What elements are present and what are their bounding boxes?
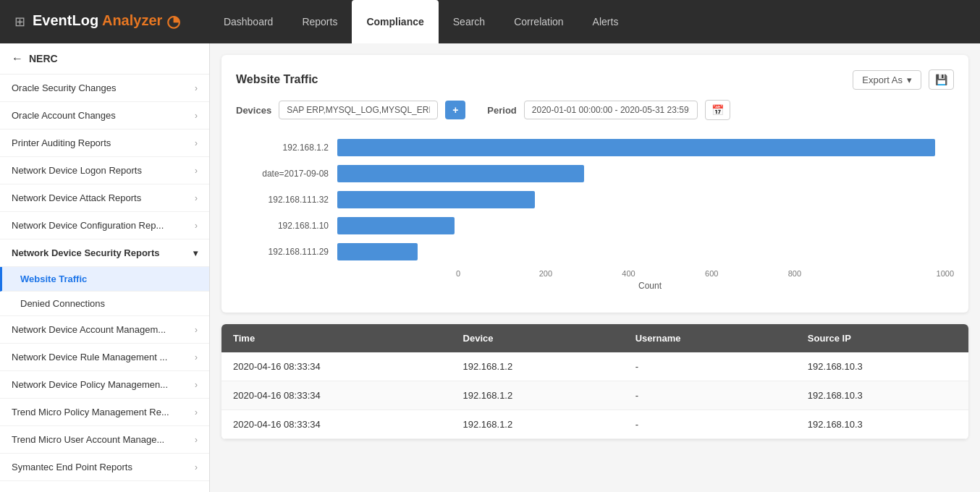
chevron-right-icon: › xyxy=(195,83,198,93)
export-button[interactable]: Export As ▾ xyxy=(853,70,921,90)
bar-track xyxy=(337,243,954,260)
sidebar-item-network-security[interactable]: Network Device Security Reports ▾ xyxy=(0,239,209,267)
col-device: Device xyxy=(452,324,624,352)
bar-track xyxy=(337,165,954,182)
bar-track xyxy=(337,217,954,234)
x-axis-title: Count xyxy=(236,281,954,291)
x-axis-labels: 0 200 400 600 800 1000 xyxy=(236,269,954,278)
nav-search[interactable]: Search xyxy=(439,0,499,43)
sidebar-sub-item-label: Website Traffic xyxy=(20,273,87,284)
sidebar-item-trend-policy[interactable]: Trend Micro Policy Management Re... › xyxy=(0,399,209,426)
chart-card: Website Traffic Export As ▾ 💾 Devices + … xyxy=(221,55,968,313)
sidebar: ← NERC Oracle Security Changes › Oracle … xyxy=(0,43,210,492)
sidebar-item-label: Network Device Security Reports xyxy=(12,247,159,258)
x-tick: 0 xyxy=(456,269,539,278)
sidebar-item-network-policy[interactable]: Network Device Policy Managemen... › xyxy=(0,371,209,399)
period-label: Period xyxy=(487,105,516,116)
sidebar-item-network-config[interactable]: Network Device Configuration Rep... › xyxy=(0,212,209,239)
chevron-right-icon: › xyxy=(195,166,198,176)
chart-bar-row: date=2017-09-08 xyxy=(236,165,954,182)
bar-fill xyxy=(337,191,535,208)
nav-reports[interactable]: Reports xyxy=(287,0,352,43)
content-area: Website Traffic Export As ▾ 💾 Devices + … xyxy=(210,43,980,492)
sidebar-item-label: Printer Auditing Reports xyxy=(12,137,111,148)
sidebar-item-label: Network Device Configuration Rep... xyxy=(12,220,164,231)
devices-input[interactable] xyxy=(279,101,438,119)
col-source-ip: Source IP xyxy=(796,324,968,352)
cell-device: 192.168.1.2 xyxy=(452,352,624,381)
cell-source-ip: 192.168.10.3 xyxy=(796,381,968,410)
x-tick: 600 xyxy=(705,269,788,278)
sidebar-item-network-attack[interactable]: Network Device Attack Reports › xyxy=(0,184,209,212)
chart-header: Website Traffic Export As ▾ 💾 xyxy=(236,69,954,90)
table-row[interactable]: 2020-04-16 08:33:34 192.168.1.2 - 192.16… xyxy=(221,352,968,381)
chevron-right-icon: › xyxy=(195,407,198,417)
sidebar-item-symantec[interactable]: Symantec End Point Reports › xyxy=(0,454,209,481)
sidebar-sub-item-denied-connections[interactable]: Denied Connections xyxy=(0,292,209,316)
save-icon-button[interactable]: 💾 xyxy=(929,69,954,90)
sidebar-item-network-logon[interactable]: Network Device Logon Reports › xyxy=(0,157,209,184)
bar-track xyxy=(337,139,954,156)
bar-label: 192.168.111.29 xyxy=(236,247,337,257)
cell-source-ip: 192.168.10.3 xyxy=(796,352,968,381)
data-table: Time Device Username Source IP 2020-04-1… xyxy=(221,324,968,439)
sidebar-sub-item-website-traffic[interactable]: Website Traffic xyxy=(0,267,209,292)
bar-label: 192.168.111.32 xyxy=(236,195,337,205)
cell-username: - xyxy=(624,352,796,381)
bar-chart: 192.168.1.2 date=2017-09-08 192.168.111.… xyxy=(236,132,954,298)
back-arrow-icon: ← xyxy=(12,52,23,65)
cell-source-ip: 192.168.10.3 xyxy=(796,410,968,438)
grid-icon: ⊞ xyxy=(14,14,25,30)
col-time: Time xyxy=(221,324,452,352)
sidebar-item-label: Trend Micro Policy Management Re... xyxy=(12,407,169,417)
sidebar-item-label: Network Device Rule Management ... xyxy=(12,352,167,362)
period-input[interactable] xyxy=(524,101,698,119)
cell-time: 2020-04-16 08:33:34 xyxy=(221,352,452,381)
sidebar-item-trend-user[interactable]: Trend Micro User Account Manage... › xyxy=(0,426,209,454)
chevron-right-icon: › xyxy=(195,462,198,472)
chart-bar-row: 192.168.1.10 xyxy=(236,217,954,234)
sidebar-item-oracle-security[interactable]: Oracle Security Changes › xyxy=(0,75,209,102)
bar-track xyxy=(337,191,954,208)
chart-title: Website Traffic xyxy=(236,73,318,86)
chevron-right-icon: › xyxy=(195,221,198,231)
x-tick: 200 xyxy=(539,269,622,278)
bar-label: date=2017-09-08 xyxy=(236,169,337,179)
cell-time: 2020-04-16 08:33:34 xyxy=(221,381,452,410)
sidebar-sub-item-label: Denied Connections xyxy=(20,298,105,309)
calendar-icon: 📅 xyxy=(711,104,724,116)
x-tick: 1000 xyxy=(871,269,954,278)
export-label: Export As xyxy=(862,75,903,85)
table-header: Time Device Username Source IP xyxy=(221,324,968,352)
sidebar-item-label: Network Device Logon Reports xyxy=(12,165,142,176)
sidebar-item-label: Trend Micro User Account Manage... xyxy=(12,434,164,445)
cell-device: 192.168.1.2 xyxy=(452,381,624,410)
bar-label: 192.168.1.2 xyxy=(236,143,337,153)
sidebar-item-network-rule[interactable]: Network Device Rule Management ... › xyxy=(0,344,209,371)
cell-username: - xyxy=(624,410,796,438)
sidebar-item-label: Network Device Attack Reports xyxy=(12,192,141,203)
nav-dashboard[interactable]: Dashboard xyxy=(209,0,288,43)
floppy-icon: 💾 xyxy=(935,74,947,85)
sidebar-item-network-account[interactable]: Network Device Account Managem... › xyxy=(0,316,209,344)
calendar-button[interactable]: 📅 xyxy=(705,100,730,120)
bar-label: 192.168.1.10 xyxy=(236,221,337,231)
sidebar-item-oracle-account[interactable]: Oracle Account Changes › xyxy=(0,102,209,130)
devices-row: Devices + Period 📅 xyxy=(236,100,954,120)
chart-bar-row: 192.168.111.29 xyxy=(236,243,954,260)
nav-alerts[interactable]: Alerts xyxy=(578,0,633,43)
x-tick: 800 xyxy=(788,269,871,278)
bar-fill xyxy=(337,243,418,260)
nav-correlation[interactable]: Correlation xyxy=(499,0,578,43)
table-row[interactable]: 2020-04-16 08:33:34 192.168.1.2 - 192.16… xyxy=(221,410,968,439)
add-device-button[interactable]: + xyxy=(445,101,465,119)
nav-compliance[interactable]: Compliance xyxy=(352,0,438,43)
chevron-right-icon: › xyxy=(195,352,198,362)
bar-fill xyxy=(337,217,455,234)
table-row[interactable]: 2020-04-16 08:33:34 192.168.1.2 - 192.16… xyxy=(221,381,968,410)
app-logo: ⊞ EventLog Analyzer ◔ xyxy=(14,12,180,31)
sidebar-item-printer-auditing[interactable]: Printer Auditing Reports › xyxy=(0,130,209,157)
bar-fill xyxy=(337,165,584,182)
sidebar-back-button[interactable]: ← NERC xyxy=(0,43,209,75)
x-tick: 400 xyxy=(622,269,705,278)
